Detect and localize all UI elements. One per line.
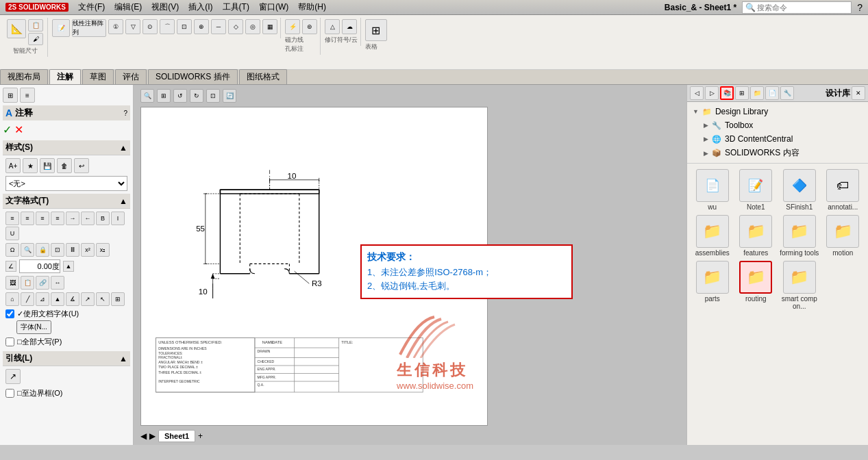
annotation-help-icon[interactable]: ? (123, 110, 127, 117)
center-line-btn[interactable]: ─ (211, 19, 226, 34)
grid-item-assemblies[interactable]: 📁 assemblies (693, 215, 732, 257)
menu-tools[interactable]: 工具(T) (219, 1, 253, 14)
align-justify-btn[interactable]: ≡ (51, 212, 64, 225)
more-btn-9[interactable]: ∡ (66, 292, 79, 306)
menu-help[interactable]: 帮助(H) (294, 1, 330, 14)
rp-close-btn[interactable]: ✕ (852, 86, 865, 100)
tab-drawing-format[interactable]: 图纸格式 (239, 69, 287, 84)
tab-sketch[interactable]: 草图 (82, 69, 114, 84)
style-icon-2[interactable]: ★ (23, 158, 38, 173)
more-btn-2[interactable]: 📋 (21, 276, 34, 290)
sheet1-tab[interactable]: Sheet1 (158, 430, 195, 442)
confirm-btn[interactable]: ✓ (3, 123, 12, 136)
grid-item-smart-compon[interactable]: 📁 smart compon... (780, 261, 819, 310)
more-btn-4[interactable]: ↔ (51, 276, 64, 290)
canvas-tb-5[interactable]: ⊡ (206, 89, 220, 103)
rp-icon-5[interactable]: 📁 (750, 86, 764, 100)
menu-edit[interactable]: 编辑(E) (110, 1, 146, 14)
tab-view-layout[interactable]: 视图布局 (0, 69, 48, 84)
uppercase-label[interactable]: □全部大写(P) (17, 337, 62, 347)
more-btn-1[interactable]: 🖼 (5, 276, 19, 290)
grid-item-annotati[interactable]: 🏷 annotati... (823, 169, 863, 211)
stack-btn[interactable]: ⊡ (51, 243, 64, 257)
rp-icon-3[interactable]: 📚 (720, 86, 734, 100)
angle-up-btn[interactable]: ▲ (63, 261, 74, 272)
grid-item-parts[interactable]: 📁 parts (693, 261, 732, 310)
uppercase-checkbox[interactable] (5, 337, 14, 346)
lock-btn[interactable]: 🔒 (36, 243, 49, 257)
outdent-btn[interactable]: ← (81, 212, 95, 225)
italic-btn[interactable]: I (111, 212, 125, 225)
format-painter-btn[interactable]: 🖌 (28, 33, 43, 45)
part-num-btn[interactable]: ① (108, 19, 123, 34)
leader-section-header[interactable]: 引线(L) ▲ (3, 351, 130, 366)
center-mark-btn[interactable]: ⊕ (194, 19, 209, 34)
font-name-btn[interactable]: 字体(N... (16, 320, 51, 334)
use-doc-font-checkbox[interactable] (5, 309, 14, 318)
next-sheet-btn[interactable]: ▶ (149, 431, 156, 441)
align-right-btn[interactable]: ≡ (36, 212, 49, 225)
prev-sheet-btn[interactable]: ◀ (140, 431, 147, 441)
force-line-btn[interactable]: ⚡ (285, 19, 300, 34)
menu-window[interactable]: 窗口(W) (255, 1, 293, 14)
panel-icon-2[interactable]: ≡ (20, 88, 35, 103)
linear-note-btn[interactable]: 线性注释阵列 (72, 19, 106, 37)
datum-target-btn[interactable]: ◎ (245, 19, 260, 34)
grid-item-motion[interactable]: 📁 motion (823, 215, 863, 257)
canvas-tb-4[interactable]: ↻ (190, 89, 203, 103)
to-edge-label[interactable]: □至边界框(O) (17, 388, 63, 398)
menu-view[interactable]: 视图(V) (147, 1, 183, 14)
text-format-section-header[interactable]: 文字格式(T) ▲ (3, 194, 130, 209)
canvas-tb-2[interactable]: ⊞ (157, 89, 171, 103)
tab-evaluate[interactable]: 评估 (115, 69, 147, 84)
leader-icon[interactable]: ↗ (5, 369, 21, 384)
smart-dim-btn[interactable]: 📐 (7, 19, 26, 38)
to-edge-checkbox[interactable] (5, 389, 14, 398)
revision-cloud-btn[interactable]: ☁ (342, 19, 357, 34)
bold-btn[interactable]: B (96, 212, 110, 225)
subscript-btn[interactable]: x₂ (96, 243, 110, 257)
more-btn-5[interactable]: ⌂ (5, 292, 19, 306)
more-btn-3[interactable]: 🔗 (36, 276, 49, 290)
use-doc-font-label[interactable]: ✓使用文档字体(U) (17, 309, 79, 319)
angle-input[interactable] (19, 259, 60, 273)
more-btn-10[interactable]: ↗ (81, 292, 95, 306)
more-btn-6[interactable]: ╱ (21, 292, 34, 306)
tree-item-sw-content[interactable]: ▶ 📦 SOLIDWORKS 内容 (704, 146, 863, 160)
search-bar[interactable]: 🔍 (742, 1, 852, 14)
canvas-tb-6[interactable]: 🔄 (223, 89, 236, 103)
tree-item-toolbox[interactable]: ▶ 🔧 Toolbox (704, 118, 863, 132)
menu-file[interactable]: 文件(F) (74, 1, 109, 14)
insert-sym-btn[interactable]: Ω (5, 243, 19, 257)
model-items-btn[interactable]: 📋 (28, 19, 43, 31)
grid-item-sfinish1[interactable]: 🔷 SFinish1 (780, 169, 819, 211)
style-icon-3[interactable]: 💾 (40, 158, 55, 173)
style-icon-1[interactable]: A+ (5, 158, 21, 173)
area-hatch-btn[interactable]: ▦ (262, 19, 277, 34)
style-icon-4[interactable]: 🗑 (57, 158, 72, 173)
grid-item-routing[interactable]: 📁 routing (736, 261, 776, 310)
rp-icon-4[interactable]: ⊞ (735, 86, 749, 100)
tab-sw-plugins[interactable]: SOLIDWORKS 插件 (148, 69, 238, 84)
more-btn-7[interactable]: ⊿ (36, 292, 49, 306)
canvas-tb-3[interactable]: ↺ (173, 89, 187, 103)
grid-item-features[interactable]: 📁 features (736, 215, 776, 257)
more-btn-8[interactable]: ▲ (51, 292, 64, 306)
surface-roughness-btn[interactable]: ▽ (125, 19, 140, 34)
hole-callout-btn[interactable]: ⊚ (302, 19, 317, 34)
style-icon-5[interactable]: ↩ (74, 158, 89, 173)
style-section-header[interactable]: 样式(S) ▲ (3, 140, 130, 155)
grid-item-note1[interactable]: 📝 Note1 (736, 169, 776, 211)
tree-item-3dcc[interactable]: ▶ 🌐 3D ContentCentral (704, 132, 863, 146)
align-left-btn[interactable]: ≡ (5, 212, 19, 225)
rp-icon-7[interactable]: 🔧 (780, 86, 794, 100)
revision-sym-btn[interactable]: △ (325, 19, 340, 34)
auto-balloon-btn[interactable]: ⊙ (142, 19, 158, 34)
tree-item-design-lib[interactable]: ▼ 📁 Design Library (693, 105, 863, 118)
search-input[interactable] (757, 3, 839, 12)
shape-tol-btn[interactable]: ⊡ (177, 19, 192, 34)
grid-item-wu[interactable]: 📄 wu (693, 169, 732, 211)
more-btn-11[interactable]: ↖ (96, 292, 110, 306)
canvas-tb-1[interactable]: 🔍 (140, 89, 154, 103)
datum-feat-btn[interactable]: ◇ (228, 19, 243, 34)
